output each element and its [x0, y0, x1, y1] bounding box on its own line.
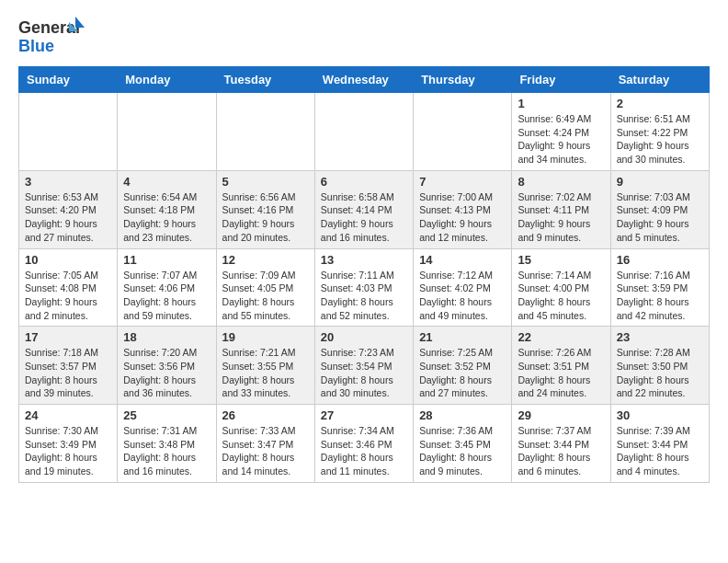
calendar-cell	[216, 93, 314, 171]
day-info: Sunrise: 6:51 AM Sunset: 4:22 PM Dayligh…	[617, 112, 703, 167]
calendar-cell: 15Sunrise: 7:14 AM Sunset: 4:00 PM Dayli…	[512, 248, 610, 327]
day-info: Sunrise: 6:54 AM Sunset: 4:18 PM Dayligh…	[123, 190, 210, 245]
calendar-cell	[414, 93, 512, 171]
day-info: Sunrise: 7:26 AM Sunset: 3:51 PM Dayligh…	[518, 346, 604, 400]
calendar-cell: 19Sunrise: 7:21 AM Sunset: 3:55 PM Dayli…	[216, 327, 314, 405]
day-number: 29	[518, 408, 604, 422]
calendar-cell: 6Sunrise: 6:58 AM Sunset: 4:14 PM Daylig…	[314, 170, 413, 248]
day-info: Sunrise: 7:36 AM Sunset: 3:45 PM Dayligh…	[419, 424, 506, 478]
calendar-week-5: 24Sunrise: 7:30 AM Sunset: 3:49 PM Dayli…	[19, 405, 710, 483]
calendar-cell: 29Sunrise: 7:37 AM Sunset: 3:44 PM Dayli…	[512, 405, 610, 483]
calendar-cell: 4Sunrise: 6:54 AM Sunset: 4:18 PM Daylig…	[118, 170, 216, 248]
weekday-header-sunday: Sunday	[19, 67, 118, 93]
calendar-cell: 2Sunrise: 6:51 AM Sunset: 4:22 PM Daylig…	[610, 93, 709, 171]
calendar-cell: 8Sunrise: 7:02 AM Sunset: 4:11 PM Daylig…	[512, 170, 610, 248]
calendar-week-3: 10Sunrise: 7:05 AM Sunset: 4:08 PM Dayli…	[19, 248, 710, 327]
calendar-week-4: 17Sunrise: 7:18 AM Sunset: 3:57 PM Dayli…	[19, 327, 710, 405]
day-number: 14	[419, 253, 506, 267]
day-number: 26	[222, 408, 309, 422]
day-number: 17	[25, 330, 111, 344]
calendar-cell: 26Sunrise: 7:33 AM Sunset: 3:47 PM Dayli…	[216, 405, 314, 483]
day-info: Sunrise: 7:20 AM Sunset: 3:56 PM Dayligh…	[123, 346, 210, 400]
calendar-cell: 12Sunrise: 7:09 AM Sunset: 4:05 PM Dayli…	[216, 248, 314, 327]
calendar-cell	[314, 93, 413, 171]
day-info: Sunrise: 7:16 AM Sunset: 3:59 PM Dayligh…	[617, 269, 703, 323]
day-info: Sunrise: 7:05 AM Sunset: 4:08 PM Dayligh…	[25, 269, 111, 323]
day-number: 9	[617, 175, 703, 189]
calendar-cell: 22Sunrise: 7:26 AM Sunset: 3:51 PM Dayli…	[512, 327, 610, 405]
calendar-table: SundayMondayTuesdayWednesdayThursdayFrid…	[18, 66, 710, 483]
day-number: 23	[617, 330, 703, 344]
day-number: 5	[222, 175, 309, 189]
day-number: 7	[419, 175, 506, 189]
day-info: Sunrise: 7:39 AM Sunset: 3:44 PM Dayligh…	[617, 424, 703, 478]
day-number: 27	[321, 408, 407, 422]
day-info: Sunrise: 7:12 AM Sunset: 4:02 PM Dayligh…	[419, 269, 506, 323]
day-number: 25	[123, 408, 210, 422]
day-number: 12	[222, 253, 309, 267]
day-number: 1	[518, 97, 604, 110]
day-info: Sunrise: 6:49 AM Sunset: 4:24 PM Dayligh…	[518, 112, 604, 167]
calendar-cell: 27Sunrise: 7:34 AM Sunset: 3:46 PM Dayli…	[314, 405, 413, 483]
day-info: Sunrise: 7:03 AM Sunset: 4:09 PM Dayligh…	[617, 190, 703, 245]
calendar-week-2: 3Sunrise: 6:53 AM Sunset: 4:20 PM Daylig…	[19, 170, 710, 248]
weekday-header-saturday: Saturday	[610, 67, 709, 93]
weekday-header-tuesday: Tuesday	[216, 67, 314, 93]
day-number: 24	[25, 408, 111, 422]
weekday-header-friday: Friday	[512, 67, 610, 93]
day-number: 13	[321, 253, 407, 267]
day-info: Sunrise: 7:25 AM Sunset: 3:52 PM Dayligh…	[419, 346, 506, 400]
day-info: Sunrise: 7:18 AM Sunset: 3:57 PM Dayligh…	[25, 346, 111, 400]
day-number: 4	[123, 175, 210, 189]
calendar-cell: 30Sunrise: 7:39 AM Sunset: 3:44 PM Dayli…	[610, 405, 709, 483]
page-container: GeneralBlue SundayMondayTuesdayWednesday…	[0, 0, 728, 498]
day-number: 15	[518, 253, 604, 267]
calendar-cell: 20Sunrise: 7:23 AM Sunset: 3:54 PM Dayli…	[314, 327, 413, 405]
day-info: Sunrise: 7:07 AM Sunset: 4:06 PM Dayligh…	[123, 269, 210, 323]
calendar-cell: 16Sunrise: 7:16 AM Sunset: 3:59 PM Dayli…	[610, 248, 709, 327]
calendar-cell: 10Sunrise: 7:05 AM Sunset: 4:08 PM Dayli…	[19, 248, 118, 327]
calendar-cell: 3Sunrise: 6:53 AM Sunset: 4:20 PM Daylig…	[19, 170, 118, 248]
day-info: Sunrise: 7:11 AM Sunset: 4:03 PM Dayligh…	[321, 269, 407, 323]
day-info: Sunrise: 7:14 AM Sunset: 4:00 PM Dayligh…	[518, 269, 604, 323]
day-info: Sunrise: 7:31 AM Sunset: 3:48 PM Dayligh…	[123, 424, 210, 478]
day-info: Sunrise: 7:33 AM Sunset: 3:47 PM Dayligh…	[222, 424, 309, 478]
weekday-header-monday: Monday	[118, 67, 216, 93]
calendar-cell: 11Sunrise: 7:07 AM Sunset: 4:06 PM Dayli…	[118, 248, 216, 327]
calendar-cell: 14Sunrise: 7:12 AM Sunset: 4:02 PM Dayli…	[414, 248, 512, 327]
day-info: Sunrise: 7:34 AM Sunset: 3:46 PM Dayligh…	[321, 424, 407, 478]
calendar-cell: 25Sunrise: 7:31 AM Sunset: 3:48 PM Dayli…	[118, 405, 216, 483]
weekday-header-thursday: Thursday	[414, 67, 512, 93]
day-number: 22	[518, 330, 604, 344]
day-info: Sunrise: 6:58 AM Sunset: 4:14 PM Dayligh…	[321, 190, 407, 245]
calendar-week-1: 1Sunrise: 6:49 AM Sunset: 4:24 PM Daylig…	[19, 93, 710, 171]
weekday-header-wednesday: Wednesday	[314, 67, 413, 93]
calendar-cell: 1Sunrise: 6:49 AM Sunset: 4:24 PM Daylig…	[512, 93, 610, 171]
day-number: 30	[617, 408, 703, 422]
calendar-cell: 28Sunrise: 7:36 AM Sunset: 3:45 PM Dayli…	[414, 405, 512, 483]
calendar-cell	[118, 93, 216, 171]
logo-svg: GeneralBlue	[18, 15, 92, 57]
day-number: 8	[518, 175, 604, 189]
calendar-cell: 24Sunrise: 7:30 AM Sunset: 3:49 PM Dayli…	[19, 405, 118, 483]
day-info: Sunrise: 7:37 AM Sunset: 3:44 PM Dayligh…	[518, 424, 604, 478]
day-number: 2	[617, 97, 703, 110]
calendar-cell: 13Sunrise: 7:11 AM Sunset: 4:03 PM Dayli…	[314, 248, 413, 327]
calendar-cell: 17Sunrise: 7:18 AM Sunset: 3:57 PM Dayli…	[19, 327, 118, 405]
logo: GeneralBlue	[18, 15, 92, 57]
day-info: Sunrise: 7:28 AM Sunset: 3:50 PM Dayligh…	[617, 346, 703, 400]
day-info: Sunrise: 7:02 AM Sunset: 4:11 PM Dayligh…	[518, 190, 604, 245]
day-number: 3	[25, 175, 111, 189]
calendar-cell: 9Sunrise: 7:03 AM Sunset: 4:09 PM Daylig…	[610, 170, 709, 248]
day-number: 16	[617, 253, 703, 267]
calendar-cell	[19, 93, 118, 171]
day-info: Sunrise: 6:56 AM Sunset: 4:16 PM Dayligh…	[222, 190, 309, 245]
calendar-cell: 18Sunrise: 7:20 AM Sunset: 3:56 PM Dayli…	[118, 327, 216, 405]
day-number: 28	[419, 408, 506, 422]
day-number: 19	[222, 330, 309, 344]
svg-text:Blue: Blue	[18, 37, 54, 55]
day-info: Sunrise: 7:30 AM Sunset: 3:49 PM Dayligh…	[25, 424, 111, 478]
day-number: 10	[25, 253, 111, 267]
day-info: Sunrise: 7:00 AM Sunset: 4:13 PM Dayligh…	[419, 190, 506, 245]
calendar-cell: 21Sunrise: 7:25 AM Sunset: 3:52 PM Dayli…	[414, 327, 512, 405]
